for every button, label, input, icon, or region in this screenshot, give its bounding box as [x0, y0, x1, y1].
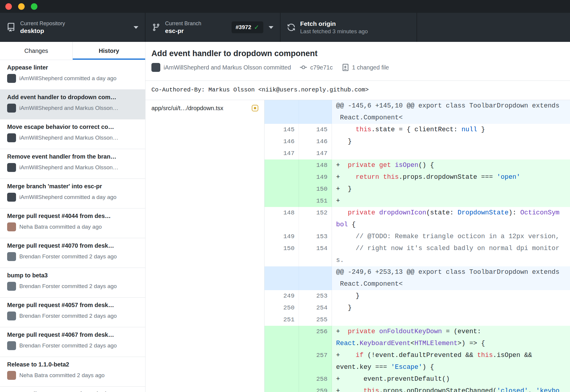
history-commit-item[interactable]: Merge pull request #4072 from desk…	[0, 387, 145, 392]
current-repository-button[interactable]: Current Repository desktop	[0, 13, 145, 42]
commit-item-byline: iAmWillShepherd and Markus Olsson…	[7, 163, 138, 172]
git-branch-icon	[152, 23, 160, 31]
diff-row-add: 256+ private onFoldoutKeyDown = (event:R…	[265, 326, 570, 350]
new-line-number	[299, 266, 332, 290]
commit-item-title: Remove event handler from the bran…	[7, 153, 138, 160]
commit-item-byline-text: iAmWillShepherd committed a day ago	[19, 194, 116, 200]
commit-history-list: Appease linter iAmWillShepherd committed…	[0, 60, 145, 392]
new-line-number	[299, 100, 332, 124]
commit-item-byline-text: Neha Batra committed a day ago	[19, 224, 102, 230]
chevron-down-icon	[269, 26, 273, 29]
commit-item-title: Release to 1.1.0-beta2	[7, 361, 138, 368]
history-commit-item[interactable]: Merge branch 'master' into esc-pr iAmWil…	[0, 179, 145, 208]
commit-item-byline-text: iAmWillShepherd and Markus Olsson…	[19, 105, 118, 111]
close-button[interactable]	[5, 3, 12, 10]
old-line-number	[265, 171, 299, 183]
diff-row-ctx: 150154 // right now it's scaled badly on…	[265, 243, 570, 266]
changed-file-row[interactable]: app/src/ui/t…/dropdown.tsx	[145, 100, 264, 116]
commit-description: Co-Authored-By: Markus Olsson <niik@user…	[145, 81, 570, 100]
diff-code	[332, 314, 570, 326]
old-line-number: 149	[265, 231, 299, 243]
commit-item-title: Merge pull request #4057 from desk…	[7, 302, 138, 309]
commit-item-title: Appease linter	[7, 64, 138, 71]
pr-status-badge: #3972 ✓	[232, 21, 263, 33]
commit-item-byline-text: Brendan Forster committed 2 days ago	[19, 313, 117, 319]
avatar	[151, 63, 160, 72]
minimize-button[interactable]	[18, 3, 25, 10]
history-commit-item[interactable]: bump to beta3 Brendan Forster committed …	[0, 268, 145, 298]
tab-changes[interactable]: Changes	[0, 42, 73, 60]
diff-row-ctx: 251255	[265, 314, 570, 326]
new-line-number: 258	[299, 373, 332, 385]
new-line-number: 256	[299, 326, 332, 350]
history-commit-item[interactable]: Remove event handler from the bran… iAmW…	[0, 149, 145, 179]
old-line-number	[265, 266, 299, 290]
commit-item-byline-text: Brendan Forster committed 2 days ago	[19, 283, 117, 290]
commit-item-title: Merge pull request #4044 from des…	[7, 213, 138, 219]
new-line-number: 259	[299, 385, 332, 392]
new-line-number: 146	[299, 136, 332, 148]
diff-code: + event.preventDefault()	[332, 373, 570, 385]
commit-item-title: Add event handler to dropdown com…	[7, 94, 138, 101]
diff-code: + private get isOpen() {	[332, 159, 570, 171]
new-line-number: 148	[299, 159, 332, 171]
commit-item-byline-text: iAmWillShepherd and Markus Olsson…	[19, 135, 118, 141]
old-line-number: 250	[265, 302, 299, 314]
history-commit-item[interactable]: Appease linter iAmWillShepherd committed…	[0, 60, 145, 90]
diff-code: + this.props.onDropdownStateChanged('clo…	[332, 385, 570, 392]
diff-row-add: 259+ this.props.onDropdownStateChanged('…	[265, 385, 570, 392]
commit-item-byline: Brendan Forster committed 2 days ago	[7, 282, 138, 291]
commit-item-byline-text: Neha Batra committed 2 days ago	[19, 372, 104, 379]
avatar	[7, 222, 16, 231]
old-line-number	[265, 159, 299, 171]
old-line-number: 148	[265, 207, 299, 231]
commit-item-byline: Neha Batra committed 2 days ago	[7, 371, 138, 380]
diff-row-add: 150+ }	[265, 183, 570, 195]
history-commit-item[interactable]: Merge pull request #4070 from desk… Bren…	[0, 238, 145, 268]
commit-meta: iAmWillShepherd and Markus Olsson commit…	[151, 63, 564, 72]
old-line-number: 249	[265, 290, 299, 302]
current-branch-button[interactable]: Current Branch esc-pr #3972 ✓	[145, 13, 281, 42]
diff-code: + private onFoldoutKeyDown = (event:Reac…	[332, 326, 570, 350]
diff-code: +	[332, 195, 570, 207]
commit-item-title: Merge branch 'master' into esc-pr	[7, 183, 138, 190]
commit-item-title: bump to beta3	[7, 272, 138, 279]
history-commit-item[interactable]: Merge pull request #4067 from desk… Bren…	[0, 327, 145, 357]
chevron-down-icon	[134, 26, 138, 29]
history-commit-item[interactable]: Add event handler to dropdown com… iAmWi…	[0, 90, 145, 119]
diff-row-ctx: 147147	[265, 148, 570, 159]
diff-code: @@ -145,6 +145,10 @@ export class Toolba…	[332, 100, 570, 124]
zoom-button[interactable]	[31, 3, 37, 10]
fetch-origin-button[interactable]: Fetch origin Last fetched 3 minutes ago	[281, 13, 417, 42]
diff-code: private dropdownIcon(state: DropdownStat…	[332, 207, 570, 231]
commit-item-byline: iAmWillShepherd committed a day ago	[7, 193, 138, 202]
history-commit-item[interactable]: Merge pull request #4057 from desk… Bren…	[0, 298, 145, 327]
old-line-number	[265, 373, 299, 385]
tab-changes-label: Changes	[24, 48, 48, 54]
old-line-number: 147	[265, 148, 299, 159]
new-line-number: 257	[299, 350, 332, 373]
history-commit-item[interactable]: Release to 1.1.0-beta2 Neha Batra commit…	[0, 357, 145, 387]
tab-history-label: History	[99, 48, 119, 54]
diff-row-ctx: 145145 this.state = { clientRect: null }	[265, 124, 570, 136]
avatar	[7, 74, 16, 83]
commit-header: Add event handler to dropdown component …	[145, 42, 570, 81]
old-line-number: 251	[265, 314, 299, 326]
commit-item-byline: iAmWillShepherd and Markus Olsson…	[7, 104, 138, 113]
diff-row-add: 151+	[265, 195, 570, 207]
new-line-number: 150	[299, 183, 332, 195]
new-line-number: 153	[299, 231, 332, 243]
pr-number: #3972	[236, 24, 251, 31]
diff-row-add: 148+ private get isOpen() {	[265, 159, 570, 171]
history-commit-item[interactable]: Merge pull request #4044 from des… Neha …	[0, 208, 145, 238]
new-line-number: 151	[299, 195, 332, 207]
history-commit-item[interactable]: Move escape behavior to correct co… iAmW…	[0, 119, 145, 149]
tab-history[interactable]: History	[73, 42, 145, 60]
file-diff-icon	[342, 64, 349, 71]
new-line-number: 147	[299, 148, 332, 159]
old-line-number: 150	[265, 243, 299, 266]
diff-view: @@ -145,6 +145,10 @@ export class Toolba…	[265, 100, 570, 392]
changed-files-panel: app/src/ui/t…/dropdown.tsx	[145, 100, 265, 392]
commit-item-title: Move escape behavior to correct co…	[7, 124, 138, 130]
git-commit-icon	[300, 64, 307, 71]
